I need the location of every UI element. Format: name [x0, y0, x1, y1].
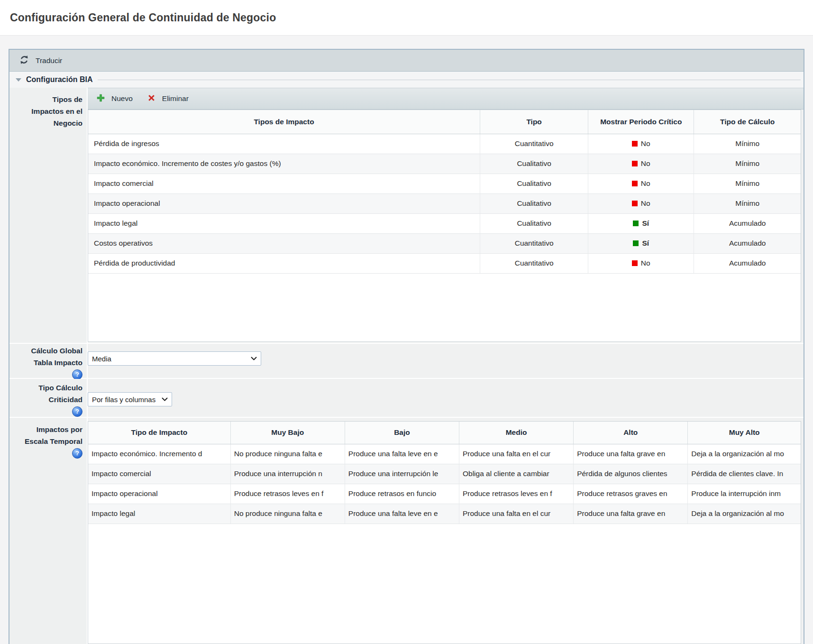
- section-title: Configuración BIA: [26, 75, 92, 84]
- critical-period-indicator: Sí: [633, 219, 649, 228]
- table-row[interactable]: Impacto operacional Produce retrasos lev…: [88, 484, 801, 504]
- column-header-mostrar-periodo-critico: Mostrar Periodo Crítico: [588, 110, 694, 134]
- temporal-header-row: Tipo de Impacto Muy Bajo Bajo Medio Alto…: [88, 422, 801, 444]
- criticality-calc-row: Tipo Cálculo Criticidad ? Por filas y co…: [9, 379, 804, 417]
- table-row[interactable]: Pérdida de ingresos Cuantitativo No Míni…: [88, 134, 801, 154]
- legend-divider: [98, 80, 801, 80]
- temporal-impacts-content: Tipo de Impacto Muy Bajo Bajo Medio Alto…: [88, 418, 804, 644]
- impact-types-header-row: Tipos de Impacto Tipo Mostrar Periodo Cr…: [88, 110, 801, 134]
- table-row[interactable]: Pérdida de productividad Cuantitativo No…: [88, 253, 801, 273]
- impact-types-content: Nuevo Eliminar Tipos de Imp: [88, 88, 804, 343]
- critical-period-indicator: No: [632, 199, 650, 208]
- translate-button[interactable]: Traducir: [19, 55, 62, 67]
- column-header-muy-alto: Muy Alto: [688, 422, 801, 444]
- column-header-tipo-de-impacto: Tipo de Impacto: [88, 422, 230, 444]
- table-row[interactable]: Impacto comercial Produce una interrupci…: [88, 464, 801, 484]
- critical-period-indicator: No: [632, 139, 650, 148]
- temporal-impacts-table: Tipo de Impacto Muy Bajo Bajo Medio Alto…: [88, 421, 801, 644]
- criticality-calc-content: Por filas y columnas: [88, 379, 804, 417]
- table-row[interactable]: Costos operativos Cuantitativo Sí Acumul…: [88, 233, 801, 253]
- table-row[interactable]: Impacto legal Cualitativo Sí Acumulado: [88, 213, 801, 233]
- global-calc-label: Cálculo Global Tabla Impacto ?: [9, 344, 88, 378]
- help-icon[interactable]: ?: [72, 406, 82, 417]
- critical-period-indicator: Sí: [633, 239, 649, 248]
- delete-label: Eliminar: [162, 94, 189, 103]
- column-header-bajo: Bajo: [345, 422, 459, 444]
- global-calc-row: Cálculo Global Tabla Impacto ? Media: [9, 344, 804, 378]
- table-row[interactable]: Impacto legal No produce ninguna falta e…: [88, 504, 801, 524]
- critical-period-indicator: No: [632, 259, 650, 267]
- column-header-alto: Alto: [574, 422, 688, 444]
- table-row[interactable]: Impacto comercial Cualitativo No Mínimo: [88, 174, 801, 193]
- criticality-calc-select[interactable]: Por filas y columnas: [88, 392, 172, 406]
- global-calc-content: Media: [88, 344, 804, 378]
- refresh-icon: [19, 55, 29, 67]
- table-row[interactable]: Impacto económico. Incremento d No produ…: [88, 444, 801, 464]
- column-header-medio: Medio: [459, 422, 574, 444]
- new-button[interactable]: Nuevo: [96, 93, 133, 104]
- configuration-panel: Traducir Configuración BIA Tipos de Impa…: [9, 49, 804, 644]
- column-header-tipos-de-impacto: Tipos de Impacto: [88, 110, 480, 134]
- temporal-impacts-label: Impactos por Escala Temporal ?: [9, 418, 88, 644]
- collapse-triangle-icon[interactable]: [16, 78, 21, 82]
- delete-button[interactable]: Eliminar: [147, 93, 189, 104]
- impact-types-table: Tipos de Impacto Tipo Mostrar Periodo Cr…: [88, 110, 801, 342]
- impact-types-toolbar: Nuevo Eliminar: [88, 88, 804, 110]
- translate-label: Traducir: [36, 56, 62, 65]
- help-icon[interactable]: ?: [72, 369, 82, 380]
- column-header-muy-bajo: Muy Bajo: [230, 422, 345, 444]
- x-icon: [147, 93, 156, 104]
- new-label: Nuevo: [111, 94, 133, 103]
- table-row[interactable]: Impacto económico. Incremento de costes …: [88, 154, 801, 174]
- plus-icon: [96, 93, 105, 104]
- table-row[interactable]: Impacto operacional Cualitativo No Mínim…: [88, 193, 801, 213]
- critical-period-indicator: No: [632, 179, 650, 188]
- impact-types-label: Tipos de Impactos en el Negocio: [9, 88, 88, 343]
- top-toolbar: Traducir: [9, 50, 804, 72]
- column-header-tipo-de-calculo: Tipo de Cálculo: [694, 110, 801, 134]
- bia-section-header: Configuración BIA: [9, 72, 804, 88]
- help-icon[interactable]: ?: [72, 448, 82, 459]
- global-calc-select[interactable]: Media: [88, 351, 261, 366]
- impact-types-row: Tipos de Impactos en el Negocio Nuevo: [9, 88, 804, 343]
- page-title: Configuración General de Continuidad de …: [10, 11, 276, 24]
- critical-period-indicator: No: [632, 159, 650, 168]
- column-header-tipo: Tipo: [480, 110, 588, 134]
- title-bar: Configuración General de Continuidad de …: [0, 0, 813, 36]
- temporal-impacts-row: Impactos por Escala Temporal ? Tipo de I…: [9, 418, 804, 644]
- criticality-calc-label: Tipo Cálculo Criticidad ?: [9, 379, 88, 417]
